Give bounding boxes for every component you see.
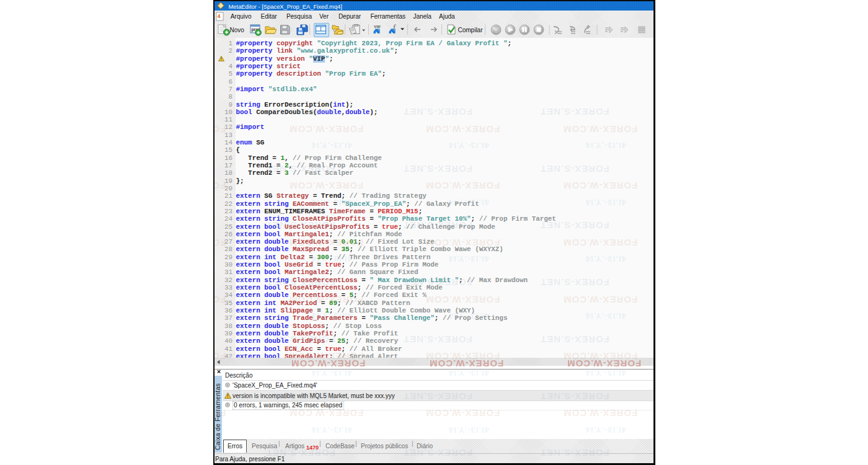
svg-text:4: 4	[217, 13, 220, 19]
svg-text:var: var	[374, 24, 381, 29]
